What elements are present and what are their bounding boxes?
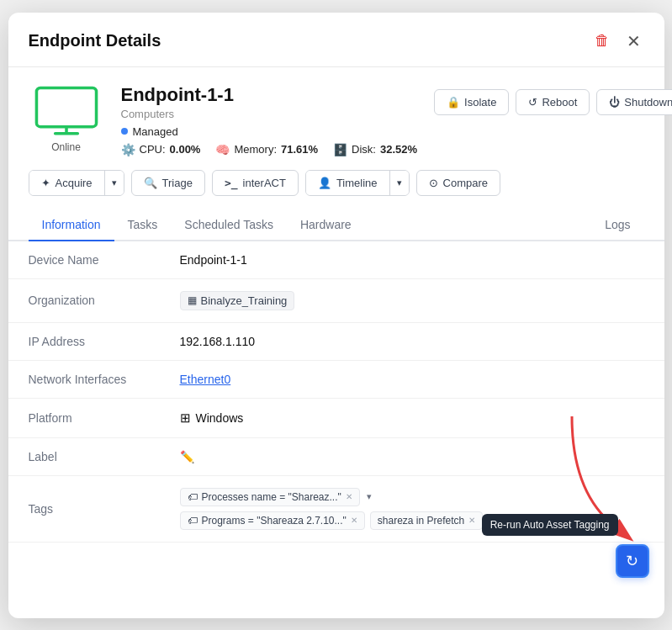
refresh-icon: ↻ [626,552,638,570]
table-row: Device Name Endpoint-1-1 [8,241,664,279]
platform-value: ⊞ Windows [180,410,644,426]
compare-button[interactable]: ⊙ Compare [416,170,500,196]
tab-information[interactable]: Information [29,209,114,241]
device-name-value: Endpoint-1-1 [160,241,664,279]
cpu-value: 0.00% [170,143,201,156]
memory-label: Memory: [234,143,277,156]
tag-chip-programs: 🏷 Programs = "Shareaza 2.7.10..." ✕ [180,511,365,530]
acquire-button[interactable]: ✦ Acquire [29,171,104,195]
windows-icon: ⊞ [180,410,191,426]
ip-address-value: 192.168.1.110 [160,322,664,360]
close-button[interactable]: ✕ [623,28,644,55]
info-table: Device Name Endpoint-1-1 Organization ▦ … [8,241,664,543]
endpoint-meta: Endpoint-1-1 Computers Managed ⚙️ CPU: 0… [121,84,418,156]
terminal-icon: >_ [225,177,238,189]
endpoint-details-modal: Endpoint Details 🗑 ✕ Online Endpoint-1-1… [8,13,664,618]
edit-icon[interactable]: ✏️ [180,450,194,463]
interact-button[interactable]: >_ interACT [212,170,299,196]
tab-scheduled-tasks[interactable]: Scheduled Tasks [171,209,287,241]
disk-label: Disk: [352,143,376,156]
online-status-label: Online [51,141,81,153]
managed-dot-icon [121,128,128,135]
tab-logs-label: Logs [605,218,630,231]
tab-logs[interactable]: Logs [591,209,643,241]
device-name-label: Device Name [8,241,160,279]
acquire-label: Acquire [56,177,93,189]
compare-icon: ⊙ [429,177,438,189]
reboot-button[interactable]: ↺ Reboot [516,89,590,115]
trash-icon: 🗑 [595,32,610,50]
tag-remove-shareza[interactable]: ✕ [468,516,475,525]
org-icon: ▦ [188,294,197,306]
tabs-row: Information Tasks Scheduled Tasks Hardwa… [8,209,664,241]
table-row: IP Address 192.168.1.110 [8,322,664,360]
interact-label: interACT [243,177,286,189]
disk-stat: 🗄️ Disk: 32.52% [333,143,417,156]
power-icon: ⏻ [609,96,620,109]
cpu-stat: ⚙️ CPU: 0.00% [121,143,201,156]
tab-hardware[interactable]: Hardware [287,209,365,241]
timeline-group: 👤 Timeline ▾ [305,170,410,196]
lock-icon: 🔒 [447,96,460,109]
timeline-dropdown-button[interactable]: ▾ [389,171,409,195]
tooltip-text: Re-run Auto Asset Tagging [490,519,610,531]
organization-value: Binalyze_Training [201,294,288,307]
timeline-button[interactable]: 👤 Timeline [306,171,389,195]
memory-icon: 🧠 [215,143,230,156]
tag-remove-processes[interactable]: ✕ [346,492,352,501]
triage-button[interactable]: 🔍 Triage [131,170,205,196]
refresh-button[interactable]: ↻ [616,544,649,578]
disk-value: 32.52% [380,143,417,156]
tab-tasks[interactable]: Tasks [114,209,172,241]
tab-information-label: Information [42,218,101,231]
endpoint-actions: 🔒 Isolate ↺ Reboot ⏻ Shutdown [434,89,672,115]
monitor-icon [33,84,100,138]
memory-value: 71.61% [281,143,318,156]
network-interfaces-label: Network Interfaces [8,360,160,398]
tags-dropdown-arrow[interactable]: ▾ [367,491,372,502]
tag-remove-programs[interactable]: ✕ [351,516,357,525]
device-icon-section: Online [29,84,104,153]
reboot-label: Reboot [542,96,577,109]
tag-icon-2: 🏷 [188,515,198,527]
tags-row-1: 🏷 Processes name = "Shareaz..." ✕ ▾ [180,488,644,506]
modal-header: Endpoint Details 🗑 ✕ [8,13,664,67]
delete-button[interactable]: 🗑 [591,29,613,53]
tags-label: Tags [8,475,160,542]
action-toolbar: ✦ Acquire ▾ 🔍 Triage >_ interACT 👤 Timel… [8,170,664,209]
cpu-icon: ⚙️ [121,143,135,156]
stats-row: ⚙️ CPU: 0.00% 🧠 Memory: 71.61% 🗄️ Disk: … [121,143,418,156]
ethernet-link[interactable]: Ethernet0 [180,373,231,386]
tab-scheduled-tasks-label: Scheduled Tasks [184,218,273,231]
endpoint-name: Endpoint-1-1 [121,84,418,106]
shutdown-button[interactable]: ⏻ Shutdown [596,89,672,115]
table-row: Organization ▦ Binalyze_Training [8,278,664,322]
endpoint-category: Computers [121,108,418,120]
close-icon: ✕ [627,31,641,51]
platform-label: Platform [8,398,160,437]
tab-tasks-label: Tasks [128,218,158,231]
compare-label: Compare [443,177,488,189]
timeline-icon: 👤 [318,177,331,189]
endpoint-info-section: Online Endpoint-1-1 Computers Managed ⚙️… [8,67,664,170]
acquire-dropdown-button[interactable]: ▾ [104,171,124,195]
disk-icon: 🗄️ [333,143,347,156]
modal-title: Endpoint Details [29,31,161,50]
shutdown-label: Shutdown [624,96,672,109]
chevron-down-icon-2: ▾ [397,177,402,188]
tag-chip-shareza: shareza in Prefetch ✕ [370,511,483,530]
svg-rect-2 [53,131,78,135]
platform-name: Windows [196,411,244,425]
chevron-down-icon: ▾ [112,177,117,188]
ip-address-label: IP Address [8,322,160,360]
table-row: Network Interfaces Ethernet0 [8,360,664,398]
tooltip-rerun: Re-run Auto Asset Tagging [482,514,618,536]
tag-text-programs: Programs = "Shareaza 2.7.10..." [202,515,347,527]
reboot-icon: ↺ [528,96,537,109]
header-actions: 🗑 ✕ [591,28,644,55]
tab-hardware-label: Hardware [300,218,352,231]
isolate-button[interactable]: 🔒 Isolate [434,89,509,115]
svg-rect-0 [36,87,96,126]
triage-search-icon: 🔍 [144,177,157,189]
table-row: Platform ⊞ Windows [8,398,664,437]
